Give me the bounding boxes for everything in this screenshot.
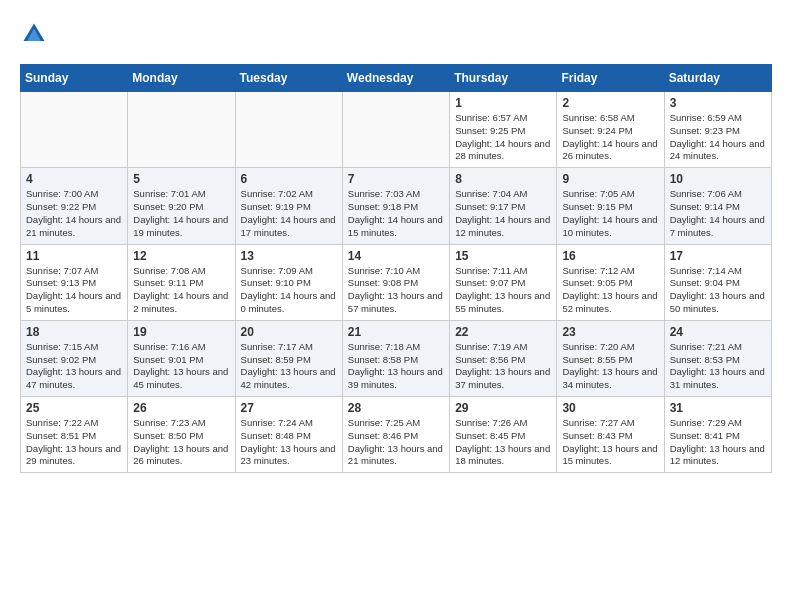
day-cell-5: 5Sunrise: 7:01 AM Sunset: 9:20 PM Daylig… [128, 168, 235, 244]
day-cell-7: 7Sunrise: 7:03 AM Sunset: 9:18 PM Daylig… [342, 168, 449, 244]
day-info: Sunrise: 7:29 AM Sunset: 8:41 PM Dayligh… [670, 417, 766, 468]
calendar: SundayMondayTuesdayWednesdayThursdayFrid… [20, 64, 772, 473]
day-cell-27: 27Sunrise: 7:24 AM Sunset: 8:48 PM Dayli… [235, 397, 342, 473]
day-info: Sunrise: 7:26 AM Sunset: 8:45 PM Dayligh… [455, 417, 551, 468]
day-info: Sunrise: 7:17 AM Sunset: 8:59 PM Dayligh… [241, 341, 337, 392]
day-number: 8 [455, 172, 551, 186]
day-info: Sunrise: 7:05 AM Sunset: 9:15 PM Dayligh… [562, 188, 658, 239]
header [20, 20, 772, 48]
day-info: Sunrise: 7:14 AM Sunset: 9:04 PM Dayligh… [670, 265, 766, 316]
day-info: Sunrise: 7:15 AM Sunset: 9:02 PM Dayligh… [26, 341, 122, 392]
day-cell-10: 10Sunrise: 7:06 AM Sunset: 9:14 PM Dayli… [664, 168, 771, 244]
day-number: 14 [348, 249, 444, 263]
day-cell-1: 1Sunrise: 6:57 AM Sunset: 9:25 PM Daylig… [450, 92, 557, 168]
day-cell-4: 4Sunrise: 7:00 AM Sunset: 9:22 PM Daylig… [21, 168, 128, 244]
day-info: Sunrise: 7:23 AM Sunset: 8:50 PM Dayligh… [133, 417, 229, 468]
day-cell-20: 20Sunrise: 7:17 AM Sunset: 8:59 PM Dayli… [235, 320, 342, 396]
day-number: 12 [133, 249, 229, 263]
day-number: 2 [562, 96, 658, 110]
day-cell-13: 13Sunrise: 7:09 AM Sunset: 9:10 PM Dayli… [235, 244, 342, 320]
day-cell-11: 11Sunrise: 7:07 AM Sunset: 9:13 PM Dayli… [21, 244, 128, 320]
col-header-thursday: Thursday [450, 65, 557, 92]
day-number: 5 [133, 172, 229, 186]
day-number: 11 [26, 249, 122, 263]
week-row: 1Sunrise: 6:57 AM Sunset: 9:25 PM Daylig… [21, 92, 772, 168]
page: SundayMondayTuesdayWednesdayThursdayFrid… [0, 0, 792, 483]
day-info: Sunrise: 7:20 AM Sunset: 8:55 PM Dayligh… [562, 341, 658, 392]
week-row: 25Sunrise: 7:22 AM Sunset: 8:51 PM Dayli… [21, 397, 772, 473]
day-info: Sunrise: 7:16 AM Sunset: 9:01 PM Dayligh… [133, 341, 229, 392]
col-header-wednesday: Wednesday [342, 65, 449, 92]
empty-cell [235, 92, 342, 168]
day-info: Sunrise: 7:00 AM Sunset: 9:22 PM Dayligh… [26, 188, 122, 239]
day-cell-30: 30Sunrise: 7:27 AM Sunset: 8:43 PM Dayli… [557, 397, 664, 473]
day-number: 18 [26, 325, 122, 339]
day-info: Sunrise: 7:12 AM Sunset: 9:05 PM Dayligh… [562, 265, 658, 316]
day-number: 29 [455, 401, 551, 415]
day-number: 10 [670, 172, 766, 186]
day-cell-8: 8Sunrise: 7:04 AM Sunset: 9:17 PM Daylig… [450, 168, 557, 244]
day-number: 20 [241, 325, 337, 339]
day-cell-6: 6Sunrise: 7:02 AM Sunset: 9:19 PM Daylig… [235, 168, 342, 244]
empty-cell [21, 92, 128, 168]
col-header-friday: Friday [557, 65, 664, 92]
day-number: 28 [348, 401, 444, 415]
day-cell-22: 22Sunrise: 7:19 AM Sunset: 8:56 PM Dayli… [450, 320, 557, 396]
logo [20, 20, 52, 48]
day-cell-9: 9Sunrise: 7:05 AM Sunset: 9:15 PM Daylig… [557, 168, 664, 244]
day-info: Sunrise: 7:04 AM Sunset: 9:17 PM Dayligh… [455, 188, 551, 239]
day-cell-26: 26Sunrise: 7:23 AM Sunset: 8:50 PM Dayli… [128, 397, 235, 473]
day-number: 24 [670, 325, 766, 339]
day-cell-12: 12Sunrise: 7:08 AM Sunset: 9:11 PM Dayli… [128, 244, 235, 320]
col-header-monday: Monday [128, 65, 235, 92]
day-info: Sunrise: 7:02 AM Sunset: 9:19 PM Dayligh… [241, 188, 337, 239]
day-cell-28: 28Sunrise: 7:25 AM Sunset: 8:46 PM Dayli… [342, 397, 449, 473]
day-cell-18: 18Sunrise: 7:15 AM Sunset: 9:02 PM Dayli… [21, 320, 128, 396]
day-number: 7 [348, 172, 444, 186]
day-number: 3 [670, 96, 766, 110]
day-cell-17: 17Sunrise: 7:14 AM Sunset: 9:04 PM Dayli… [664, 244, 771, 320]
day-number: 26 [133, 401, 229, 415]
day-number: 21 [348, 325, 444, 339]
day-info: Sunrise: 7:18 AM Sunset: 8:58 PM Dayligh… [348, 341, 444, 392]
day-cell-16: 16Sunrise: 7:12 AM Sunset: 9:05 PM Dayli… [557, 244, 664, 320]
day-info: Sunrise: 7:10 AM Sunset: 9:08 PM Dayligh… [348, 265, 444, 316]
day-cell-2: 2Sunrise: 6:58 AM Sunset: 9:24 PM Daylig… [557, 92, 664, 168]
day-info: Sunrise: 6:59 AM Sunset: 9:23 PM Dayligh… [670, 112, 766, 163]
day-number: 17 [670, 249, 766, 263]
empty-cell [342, 92, 449, 168]
week-row: 4Sunrise: 7:00 AM Sunset: 9:22 PM Daylig… [21, 168, 772, 244]
week-row: 11Sunrise: 7:07 AM Sunset: 9:13 PM Dayli… [21, 244, 772, 320]
day-number: 25 [26, 401, 122, 415]
day-info: Sunrise: 7:03 AM Sunset: 9:18 PM Dayligh… [348, 188, 444, 239]
day-cell-24: 24Sunrise: 7:21 AM Sunset: 8:53 PM Dayli… [664, 320, 771, 396]
day-number: 4 [26, 172, 122, 186]
day-number: 19 [133, 325, 229, 339]
header-row: SundayMondayTuesdayWednesdayThursdayFrid… [21, 65, 772, 92]
day-info: Sunrise: 7:07 AM Sunset: 9:13 PM Dayligh… [26, 265, 122, 316]
day-cell-14: 14Sunrise: 7:10 AM Sunset: 9:08 PM Dayli… [342, 244, 449, 320]
day-info: Sunrise: 7:24 AM Sunset: 8:48 PM Dayligh… [241, 417, 337, 468]
day-cell-19: 19Sunrise: 7:16 AM Sunset: 9:01 PM Dayli… [128, 320, 235, 396]
day-cell-25: 25Sunrise: 7:22 AM Sunset: 8:51 PM Dayli… [21, 397, 128, 473]
day-info: Sunrise: 7:06 AM Sunset: 9:14 PM Dayligh… [670, 188, 766, 239]
day-info: Sunrise: 7:25 AM Sunset: 8:46 PM Dayligh… [348, 417, 444, 468]
day-number: 13 [241, 249, 337, 263]
day-info: Sunrise: 6:57 AM Sunset: 9:25 PM Dayligh… [455, 112, 551, 163]
day-number: 31 [670, 401, 766, 415]
day-cell-21: 21Sunrise: 7:18 AM Sunset: 8:58 PM Dayli… [342, 320, 449, 396]
day-number: 6 [241, 172, 337, 186]
day-number: 15 [455, 249, 551, 263]
day-cell-15: 15Sunrise: 7:11 AM Sunset: 9:07 PM Dayli… [450, 244, 557, 320]
day-cell-23: 23Sunrise: 7:20 AM Sunset: 8:55 PM Dayli… [557, 320, 664, 396]
day-info: Sunrise: 7:22 AM Sunset: 8:51 PM Dayligh… [26, 417, 122, 468]
logo-icon [20, 20, 48, 48]
day-info: Sunrise: 6:58 AM Sunset: 9:24 PM Dayligh… [562, 112, 658, 163]
week-row: 18Sunrise: 7:15 AM Sunset: 9:02 PM Dayli… [21, 320, 772, 396]
day-number: 23 [562, 325, 658, 339]
day-number: 16 [562, 249, 658, 263]
day-number: 1 [455, 96, 551, 110]
day-info: Sunrise: 7:09 AM Sunset: 9:10 PM Dayligh… [241, 265, 337, 316]
day-number: 30 [562, 401, 658, 415]
day-info: Sunrise: 7:11 AM Sunset: 9:07 PM Dayligh… [455, 265, 551, 316]
